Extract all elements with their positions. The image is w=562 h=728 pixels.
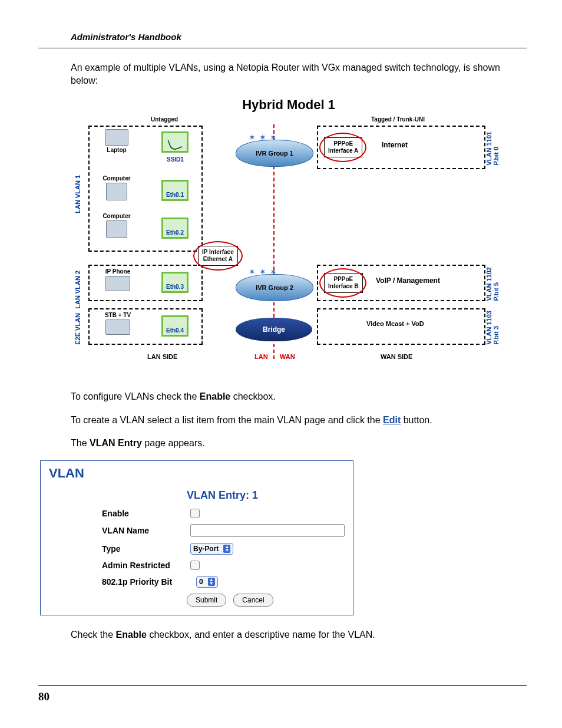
bottom-rule xyxy=(38,685,527,686)
wan-side-label: WAN SIDE xyxy=(381,353,412,360)
edit-link[interactable]: Edit xyxy=(383,415,401,425)
para-entry: The VLAN Entry page appears. xyxy=(71,437,507,450)
pbit-select[interactable]: 0 ▲▼ xyxy=(196,576,218,588)
intro-paragraph: An example of multiple VLANs, using a Ne… xyxy=(71,61,507,87)
computer1-device: Computer xyxy=(98,175,135,202)
submit-button[interactable]: Submit xyxy=(187,594,226,607)
pbit-label: 802.1p Priority Bit xyxy=(102,577,196,587)
lan-center-label: LAN xyxy=(254,353,268,360)
bridge: Bridge xyxy=(236,318,312,341)
stepper-icon: ▲▼ xyxy=(223,545,230,553)
enable-bold-1: Enable xyxy=(200,391,230,401)
e2e-vlan-label: E2E VLAN xyxy=(74,313,81,345)
admin-label: Admin Restricted xyxy=(102,561,190,570)
ivr-group-2: IVR Group 2 xyxy=(236,274,313,301)
type-label: Type xyxy=(102,544,190,554)
type-select[interactable]: By-Port ▲▼ xyxy=(190,543,233,555)
para2-a: To create a VLAN select a list item from… xyxy=(71,415,383,425)
enable-bold-2: Enable xyxy=(115,630,146,640)
untagged-label: Untagged xyxy=(151,116,178,123)
para2-c: button. xyxy=(401,415,432,425)
ip-interface-circle xyxy=(193,241,243,271)
para-create: To create a VLAN select a list item from… xyxy=(71,414,507,427)
para3-c: page appears. xyxy=(142,438,205,448)
ip-phone-device: IP Phone xyxy=(97,268,139,292)
lan-vlan1-label: LAN VLAN 1 xyxy=(74,175,81,213)
cancel-button[interactable]: Cancel xyxy=(233,594,273,607)
ssid1-text: SSID1 xyxy=(167,156,184,163)
admin-checkbox[interactable] xyxy=(190,561,200,570)
para-configure: To configure VLANs check the Enable chec… xyxy=(71,390,507,403)
internet-label: Internet xyxy=(382,141,408,149)
para-check-enable: Check the Enable checkbox, and enter a d… xyxy=(71,628,507,641)
stepper-icon: ▲▼ xyxy=(208,578,215,586)
running-head: Administrator's Handbook xyxy=(71,32,527,42)
page-number: 80 xyxy=(38,690,49,703)
lan-side-label: LAN SIDE xyxy=(147,353,177,360)
row-pbit: 802.1p Priority Bit 0 ▲▼ xyxy=(102,576,345,588)
lan-vlan2-label: LAN VLAN 2 xyxy=(74,271,81,309)
row-type: Type By-Port ▲▼ xyxy=(102,543,345,555)
tagged-label: Tagged / Trunk-UNI xyxy=(371,116,425,123)
wan-center-label: WAN xyxy=(280,353,295,360)
stb-tv-label: STB + TV xyxy=(105,312,131,318)
vlan-entry-heading: VLAN Entry: 1 xyxy=(187,489,345,502)
wifi-icon xyxy=(167,136,183,151)
top-rule xyxy=(38,48,527,48)
diagram-title: Hybrid Model 1 xyxy=(71,97,507,113)
row-vlan-name: VLAN Name xyxy=(102,524,345,537)
row-admin: Admin Restricted xyxy=(102,561,345,570)
eth03-chip: Eth0.3 xyxy=(161,272,189,293)
video-label: Video Mcast + VoD xyxy=(366,320,424,327)
ssid1-chip xyxy=(161,131,189,153)
eth04-chip: Eth0.4 xyxy=(161,315,189,337)
vlan-name-label: VLAN Name xyxy=(102,526,190,535)
vlan-entry-bold: VLAN Entry xyxy=(90,438,142,448)
type-value: By-Port xyxy=(193,545,219,553)
vlan-1103-label: VLAN 1103 P.bit 3 xyxy=(485,311,500,344)
vlan-1102-label: VLAN 1102 P.bit 5 xyxy=(485,267,500,301)
network-diagram: Hybrid Model 1 Untagged Tagged / Trunk-U… xyxy=(71,97,507,377)
voip-label: VoIP / Management xyxy=(376,276,440,285)
row-enable: Enable xyxy=(102,509,345,518)
para3-a: The xyxy=(71,438,90,448)
laptop-device: Laptop xyxy=(98,129,135,153)
para1-a: To configure VLANs check the xyxy=(71,391,200,401)
eth01-chip: Eth0.1 xyxy=(161,180,189,201)
computer1-label: Computer xyxy=(103,175,130,182)
router-stars-1: ✶ ✶ ✶ xyxy=(249,133,277,142)
router-stars-2: ✶ ✶ ✶ xyxy=(249,267,277,276)
para4-a: Check the xyxy=(71,630,115,640)
ip-phone-label: IP Phone xyxy=(105,268,131,275)
eth02-chip: Eth0.2 xyxy=(161,218,189,239)
para4-c: checkbox, and enter a descriptive name f… xyxy=(147,630,375,640)
laptop-label: Laptop xyxy=(107,147,126,153)
enable-label: Enable xyxy=(102,509,190,518)
vlan-entry-screenshot: VLAN VLAN Entry: 1 Enable VLAN Name Type… xyxy=(40,460,353,615)
enable-checkbox[interactable] xyxy=(190,509,200,518)
stb-tv-device: STB + TV xyxy=(97,312,139,336)
para1-c: checkbox. xyxy=(230,391,275,401)
ivr-group-1: IVR Group 1 xyxy=(236,140,313,167)
vlan-name-input[interactable] xyxy=(190,524,345,537)
vlan-panel-title: VLAN xyxy=(49,466,345,481)
vlan-1101-label: VLAN 1101 P.bit 0 xyxy=(485,131,500,165)
computer2-device: Computer xyxy=(98,213,135,239)
pbit-value: 0 xyxy=(199,578,203,586)
computer2-label: Computer xyxy=(103,213,130,219)
